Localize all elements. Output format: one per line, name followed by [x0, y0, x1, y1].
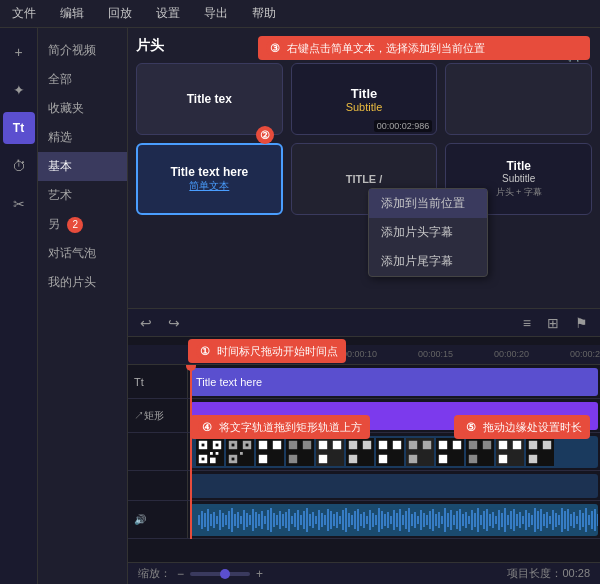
svg-rect-159: [501, 513, 503, 527]
svg-rect-118: [378, 508, 380, 532]
card-6-main: Title: [506, 159, 530, 173]
svg-rect-162: [510, 511, 512, 529]
section-title: 片头: [136, 37, 164, 55]
track-title-content[interactable]: Title text here: [188, 365, 600, 398]
nav-item-my[interactable]: 我的片头: [38, 268, 127, 297]
track-video2-content[interactable]: [188, 471, 600, 500]
svg-rect-107: [345, 508, 347, 532]
menu-item-export[interactable]: 导出: [200, 3, 232, 24]
menu-btn[interactable]: ≡: [519, 313, 535, 333]
search-box[interactable]: 🔍 ✕: [312, 36, 427, 55]
title-card-3[interactable]: [445, 63, 592, 135]
menu-item-playback[interactable]: 回放: [104, 3, 136, 24]
shape-clip[interactable]: [190, 402, 598, 430]
timeline-area: ↩ ↪ ≡ ⊞ ⚑ ① 时间标尺拖动开始时间点 00:00:00 00:00:0…: [128, 308, 600, 584]
svg-rect-113: [363, 512, 365, 528]
sidebar-tools-icon[interactable]: ✂: [3, 188, 35, 220]
nav-item-art[interactable]: 艺术: [38, 181, 127, 210]
menu-item-edit[interactable]: 编辑: [56, 3, 88, 24]
nav-item-basic[interactable]: 基本: [38, 152, 127, 181]
playhead[interactable]: [190, 365, 192, 539]
menu-item-file[interactable]: 文件: [8, 3, 40, 24]
zoom-slider[interactable]: [190, 572, 250, 576]
flag-btn[interactable]: ⚑: [571, 313, 592, 333]
svg-rect-172: [540, 509, 542, 531]
nav-item-bubble[interactable]: 对话气泡: [38, 239, 127, 268]
zoom-in-btn[interactable]: +: [256, 567, 263, 581]
menu-item-help[interactable]: 帮助: [248, 3, 280, 24]
title-cards-header: 片头 🔍 ✕ 🛒: [136, 36, 592, 55]
svg-rect-152: [480, 515, 482, 525]
sidebar-wand-icon[interactable]: ✦: [3, 74, 35, 106]
svg-rect-27: [319, 441, 327, 449]
track-shape-content[interactable]: [188, 399, 600, 432]
svg-rect-84: [276, 515, 278, 525]
svg-rect-76: [252, 509, 254, 531]
svg-rect-191: [597, 514, 598, 526]
sidebar-clock-icon[interactable]: ⏱: [3, 150, 35, 182]
svg-rect-161: [507, 515, 509, 525]
svg-rect-149: [471, 510, 473, 530]
context-menu-add-current[interactable]: 添加到当前位置: [369, 189, 487, 218]
nav-item-intro[interactable]: 简介视频: [38, 36, 127, 65]
ruler-10: 00:00:10: [342, 349, 377, 359]
svg-rect-125: [399, 509, 401, 531]
svg-rect-32: [363, 441, 371, 449]
redo-btn[interactable]: ↪: [164, 313, 184, 333]
track-video-label: [128, 433, 188, 470]
svg-rect-155: [489, 514, 491, 526]
svg-rect-135: [429, 511, 431, 529]
svg-rect-6: [202, 458, 205, 461]
svg-rect-93: [303, 511, 305, 529]
ruler-25: 00:00:25: [570, 349, 600, 359]
timeline-ruler[interactable]: 00:00:00 00:00:05 00:00:10 00:00:15 00:0…: [128, 345, 600, 365]
svg-rect-148: [468, 516, 470, 524]
svg-rect-189: [591, 511, 593, 529]
audio-clip[interactable]: [190, 504, 598, 536]
sidebar-text-icon[interactable]: Tt: [3, 112, 35, 144]
svg-rect-166: [522, 516, 524, 524]
nav-item-featured[interactable]: 精选: [38, 123, 127, 152]
menu-item-settings[interactable]: 设置: [152, 3, 184, 24]
undo-btn[interactable]: ↩: [136, 313, 156, 333]
main-layout: + ✦ Tt ⏱ ✂ 简介视频 全部 收藏夹 精选 基本 艺术 另 2 对话气泡…: [0, 28, 600, 584]
svg-rect-100: [324, 515, 326, 525]
svg-rect-182: [570, 514, 572, 526]
title-card-1[interactable]: Title tex: [136, 63, 283, 135]
context-menu-add-header[interactable]: 添加片头字幕: [369, 218, 487, 247]
video-clip[interactable]: [190, 436, 598, 468]
svg-rect-45: [439, 455, 447, 463]
svg-rect-92: [300, 515, 302, 525]
svg-rect-72: [240, 516, 242, 524]
qr-thumb-12: [526, 438, 554, 466]
zoom-out-btn[interactable]: −: [177, 567, 184, 581]
svg-rect-109: [351, 515, 353, 525]
context-menu-add-footer[interactable]: 添加片尾字幕: [369, 247, 487, 276]
track-video-content[interactable]: [188, 433, 600, 470]
track-video2-label: [128, 471, 188, 500]
nav-item-other[interactable]: 另 2: [38, 210, 127, 239]
snapshot-btn[interactable]: ⊞: [543, 313, 563, 333]
search-clear-icon[interactable]: ✕: [411, 39, 420, 52]
svg-rect-17: [240, 452, 243, 455]
cart-icon[interactable]: 🛒: [567, 46, 584, 62]
svg-rect-97: [315, 516, 317, 524]
svg-rect-121: [387, 512, 389, 528]
svg-rect-82: [270, 508, 272, 532]
nav-panel: 简介视频 全部 收藏夹 精选 基本 艺术 另 2 对话气泡 我的片头: [38, 28, 128, 584]
card-6-label: 片头 + 字幕: [496, 186, 542, 199]
title-clip[interactable]: Title text here: [190, 368, 598, 396]
video2-clip[interactable]: [190, 474, 598, 498]
qr-thumb-7: [376, 438, 404, 466]
simple-text-label[interactable]: 简单文本: [189, 179, 229, 193]
track-audio-content[interactable]: [188, 501, 600, 538]
title-card-4[interactable]: Title text here 简单文本: [136, 143, 283, 215]
svg-rect-79: [261, 511, 263, 529]
search-input[interactable]: [337, 40, 407, 52]
svg-rect-41: [409, 455, 417, 463]
nav-item-favorites[interactable]: 收藏夹: [38, 94, 127, 123]
nav-item-all[interactable]: 全部: [38, 65, 127, 94]
title-card-2[interactable]: Title Subtitle 00:00:02:986: [291, 63, 438, 135]
svg-rect-120: [384, 514, 386, 526]
sidebar-add-icon[interactable]: +: [3, 36, 35, 68]
